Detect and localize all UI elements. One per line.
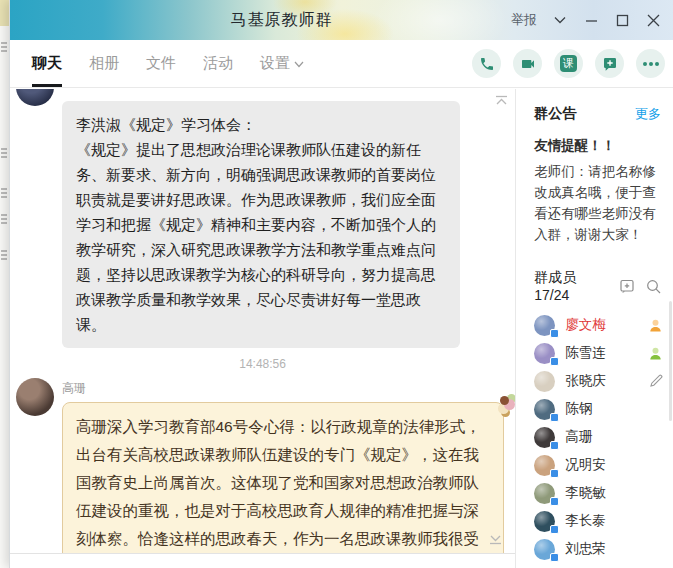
online-badge <box>550 441 559 450</box>
member-role-icon <box>648 346 663 361</box>
scroll-to-top-icon[interactable] <box>494 92 509 110</box>
group-announcement: 群公告 更多 友情提醒！！ 老师们：请把名称修改成真名哦，便于查看还有哪些老师没… <box>516 89 673 245</box>
announcement-notice-title: 友情提醒！！ <box>534 137 661 155</box>
member-row[interactable]: 李晓敏 <box>516 479 673 507</box>
tab-album-label: 相册 <box>89 54 119 73</box>
tab-files-label: 文件 <box>146 54 176 73</box>
announcement-more-link[interactable]: 更多 <box>635 105 661 123</box>
member-avatar[interactable] <box>534 399 555 420</box>
titlebar-controls: 举报 <box>511 0 673 40</box>
member-avatar[interactable] <box>534 483 555 504</box>
member-avatar[interactable] <box>534 427 555 448</box>
background-text-fragment <box>1 42 7 52</box>
member-avatar[interactable] <box>534 343 555 364</box>
member-avatar[interactable] <box>534 371 555 392</box>
tab-activities[interactable]: 活动 <box>203 40 233 87</box>
member-name: 高珊 <box>565 428 592 446</box>
online-badge <box>550 329 559 338</box>
online-badge <box>550 469 559 478</box>
online-badge <box>550 553 559 562</box>
member-role-icon <box>648 318 663 333</box>
ellipsis-icon <box>642 61 660 67</box>
message: 高珊 高珊深入学习教育部46号令心得：以行政规章的法律形式，出台有关高校思政课教… <box>10 378 515 553</box>
members-count-label: 群成员 17/24 <box>534 269 608 303</box>
tab-files[interactable]: 文件 <box>146 40 176 87</box>
scroll-to-bottom-icon[interactable] <box>488 531 503 549</box>
member-avatar[interactable] <box>534 315 555 336</box>
video-call-button[interactable] <box>513 49 542 78</box>
owner-person-icon <box>648 318 663 333</box>
message-list[interactable]: 李洪淑《规定》学习体会： 《规定》提出了思想政治理论课教师队伍建设的新任务、新要… <box>10 89 515 553</box>
member-row[interactable]: 廖文梅 <box>516 311 673 339</box>
window-title: 马基原教师群 <box>10 0 553 40</box>
member-name: 况明安 <box>565 456 606 474</box>
member-row[interactable]: 陈雪连 <box>516 339 673 367</box>
tab-album[interactable]: 相册 <box>89 40 119 87</box>
course-button[interactable]: 课 <box>554 49 583 78</box>
avatar[interactable] <box>16 89 54 106</box>
announcement-notice-body: 老师们：请把名称修改成真名哦，便于查看还有哪些老师没有入群，谢谢大家！ <box>534 161 661 245</box>
report-button[interactable]: 举报 <box>511 11 537 29</box>
message-text: 高珊深入学习教育部46号令心得：以行政规章的法律形式，出台有关高校思政课教师队伍… <box>76 418 481 553</box>
message-bubble: 高珊深入学习教育部46号令心得：以行政规章的法律形式，出台有关高校思政课教师队伍… <box>62 402 504 553</box>
sender-name: 高珊 <box>62 378 515 397</box>
pencil-icon <box>649 374 663 388</box>
background-text-fragment <box>1 148 7 158</box>
chat-window: 马基原教师群 举报 聊天 相册 文件 活动 设置 <box>9 0 673 568</box>
member-name: 廖文梅 <box>565 316 606 334</box>
voice-call-button[interactable] <box>472 49 501 78</box>
background-text-fragment <box>1 188 7 198</box>
tab-settings[interactable]: 设置 <box>260 40 304 87</box>
member-avatar[interactable] <box>534 511 555 532</box>
tab-bar: 聊天 相册 文件 活动 设置 <box>32 40 331 87</box>
tab-settings-label: 设置 <box>260 54 290 73</box>
member-name: 李晓敏 <box>565 484 606 502</box>
toolbar: 聊天 相册 文件 活动 设置 课 <box>10 40 673 88</box>
member-avatar[interactable] <box>534 539 555 560</box>
online-badge <box>550 413 559 422</box>
tab-chat[interactable]: 聊天 <box>32 40 62 87</box>
member-row[interactable]: 张晓庆 <box>516 367 673 395</box>
member-list: 廖文梅 陈雪连 张晓庆 陈钢 高珊 况明安 李晓敏 李长泰 刘忠 <box>516 311 673 563</box>
add-app-button[interactable] <box>595 49 624 78</box>
minimize-button[interactable] <box>583 12 599 28</box>
more-button[interactable] <box>636 49 665 78</box>
tab-activities-label: 活动 <box>203 54 233 73</box>
admin-person-icon <box>648 346 663 361</box>
member-name: 陈雪连 <box>565 344 606 362</box>
member-row[interactable]: 况明安 <box>516 451 673 479</box>
course-icon: 课 <box>560 55 577 72</box>
chevron-down-icon[interactable] <box>552 12 568 28</box>
sidebar: 群公告 更多 友情提醒！！ 老师们：请把名称修改成真名哦，便于查看还有哪些老师没… <box>515 89 673 568</box>
maximize-button[interactable] <box>614 12 630 28</box>
avatar[interactable] <box>16 378 54 416</box>
online-badge <box>550 525 559 534</box>
member-avatar[interactable] <box>534 455 555 476</box>
content-area: 李洪淑《规定》学习体会： 《规定》提出了思想政治理论课教师队伍建设的新任务、新要… <box>10 89 673 568</box>
message-bubble: 李洪淑《规定》学习体会： 《规定》提出了思想政治理论课教师队伍建设的新任务、新要… <box>62 101 460 348</box>
tab-chat-label: 聊天 <box>32 54 62 73</box>
background-text-fragment <box>1 214 7 224</box>
member-name: 张晓庆 <box>565 372 606 390</box>
background-text-fragment <box>1 250 7 260</box>
member-row[interactable]: 高珊 <box>516 423 673 451</box>
member-row[interactable]: 李长泰 <box>516 507 673 535</box>
titlebar[interactable]: 马基原教师群 举报 <box>10 0 673 40</box>
member-role-icon[interactable] <box>649 374 663 388</box>
sidebar-scrollbar[interactable] <box>669 301 672 421</box>
announcement-title: 群公告 <box>534 105 635 123</box>
ice-cream-sticker-icon <box>500 396 509 405</box>
member-name: 刘忠荣 <box>565 540 606 558</box>
members-header: 群成员 17/24 <box>516 245 673 311</box>
message-input-area[interactable] <box>10 553 515 568</box>
background-window-sliver <box>0 0 9 568</box>
chat-column: 李洪淑《规定》学习体会： 《规定》提出了思想政治理论课教师队伍建设的新任务、新要… <box>10 89 515 568</box>
chevron-down-icon <box>294 59 304 69</box>
toolbar-actions: 课 <box>472 49 665 78</box>
member-row[interactable]: 刘忠荣 <box>516 535 673 563</box>
search-icon[interactable] <box>646 279 661 294</box>
message-timestamp: 14:48:56 <box>10 357 515 371</box>
member-row[interactable]: 陈钢 <box>516 395 673 423</box>
invite-member-icon[interactable] <box>619 279 635 294</box>
close-button[interactable] <box>645 12 661 28</box>
